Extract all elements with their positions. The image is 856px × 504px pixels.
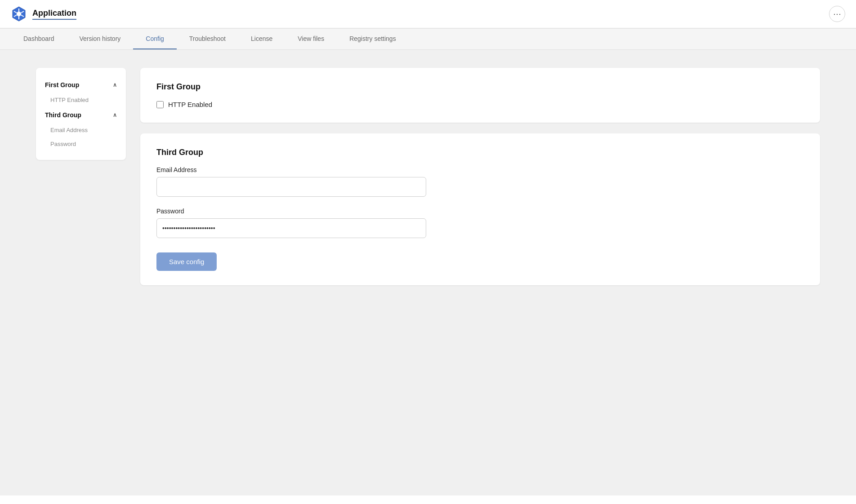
tab-view-files[interactable]: View files	[285, 29, 337, 49]
sidebar: First Group ∧ HTTP Enabled Third Group ∧…	[36, 68, 126, 160]
save-config-button[interactable]: Save config	[156, 252, 217, 271]
password-label: Password	[156, 208, 804, 215]
third-group-panel-title: Third Group	[156, 148, 804, 157]
password-input[interactable]	[156, 218, 426, 238]
email-address-label: Email Address	[156, 166, 804, 173]
sidebar-group-third-group[interactable]: Third Group ∧	[36, 107, 126, 123]
tab-version-history[interactable]: Version history	[67, 29, 134, 49]
sidebar-group-first-group-label: First Group	[45, 81, 79, 88]
tab-license[interactable]: License	[238, 29, 285, 49]
third-group-chevron-icon: ∧	[113, 112, 117, 118]
header: Application ⋯	[0, 0, 856, 29]
tab-troubleshoot[interactable]: Troubleshoot	[177, 29, 238, 49]
sidebar-item-http-enabled[interactable]: HTTP Enabled	[36, 93, 126, 107]
email-address-field-container: Email Address	[156, 166, 804, 197]
sidebar-group-first-group[interactable]: First Group ∧	[36, 77, 126, 93]
config-area: First Group HTTP Enabled Third Group Ema…	[140, 68, 820, 477]
http-enabled-label: HTTP Enabled	[168, 101, 212, 108]
sidebar-group-third-group-label: Third Group	[45, 111, 81, 119]
svg-point-1	[17, 12, 21, 16]
password-field-container: Password	[156, 208, 804, 238]
header-left: Application	[11, 6, 76, 22]
nav-tabs: Dashboard Version history Config Trouble…	[0, 29, 856, 50]
third-group-panel: Third Group Email Address Password Save …	[140, 133, 820, 285]
http-enabled-row: HTTP Enabled	[156, 101, 804, 108]
first-group-panel: First Group HTTP Enabled	[140, 68, 820, 123]
main-content: First Group ∧ HTTP Enabled Third Group ∧…	[0, 50, 856, 495]
tab-dashboard[interactable]: Dashboard	[11, 29, 67, 49]
tab-registry-settings[interactable]: Registry settings	[337, 29, 408, 49]
first-group-panel-title: First Group	[156, 82, 804, 92]
sidebar-item-email-address[interactable]: Email Address	[36, 123, 126, 137]
sidebar-item-password[interactable]: Password	[36, 137, 126, 151]
first-group-chevron-icon: ∧	[113, 82, 117, 88]
email-address-input[interactable]	[156, 177, 426, 197]
app-logo-icon	[11, 6, 27, 22]
app-title: Application	[32, 9, 76, 20]
tab-config[interactable]: Config	[133, 29, 176, 49]
http-enabled-checkbox[interactable]	[156, 101, 164, 108]
header-menu-button[interactable]: ⋯	[829, 6, 845, 22]
